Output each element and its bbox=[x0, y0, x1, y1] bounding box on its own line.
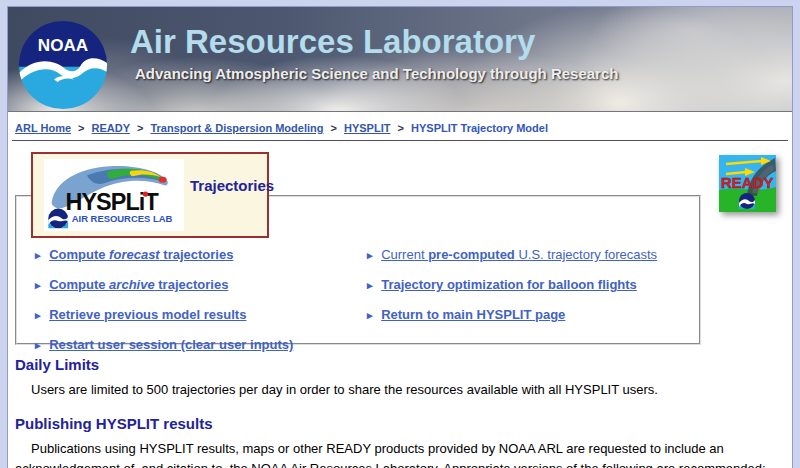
link-row: ▸ Retrieve previous model results bbox=[35, 307, 367, 322]
link-precomputed-us-forecasts[interactable]: Current pre-computed U.S. trajectory for… bbox=[381, 247, 657, 262]
breadcrumb-separator: > bbox=[78, 122, 84, 134]
link-row: ▸ Return to main HYSPLIT page bbox=[367, 307, 699, 322]
link-row: ▸ Trajectory optimization for balloon fl… bbox=[367, 277, 699, 292]
breadcrumb-link-transport-dispersion[interactable]: Transport & Dispersion Modeling bbox=[150, 122, 323, 134]
breadcrumb-separator: > bbox=[398, 122, 404, 134]
link-return-main-hysplit[interactable]: Return to main HYSPLIT page bbox=[381, 307, 565, 322]
section-heading-publishing-results: Publishing HYSPLIT results bbox=[15, 415, 792, 432]
header-banner: NOAA Air Resources Laboratory Advancing … bbox=[8, 7, 792, 112]
hysplit-logo: HYSPLiT AIR RESOURCES LAB bbox=[44, 159, 184, 231]
page-container: NOAA Air Resources Laboratory Advancing … bbox=[7, 6, 793, 468]
trajectories-caption: Trajectories bbox=[190, 177, 274, 194]
ready-logo[interactable]: READY bbox=[719, 155, 776, 212]
breadcrumb: ARL Home > READY > Transport & Dispersio… bbox=[8, 112, 792, 134]
ready-logo-text: READY bbox=[721, 174, 774, 191]
link-restart-user-session[interactable]: Restart user session (clear user inputs) bbox=[49, 337, 293, 352]
daily-limits-paragraph: Users are limited to 500 trajectories pe… bbox=[15, 380, 784, 400]
breadcrumb-link-arl-home[interactable]: ARL Home bbox=[15, 122, 71, 134]
breadcrumb-separator: > bbox=[137, 122, 143, 134]
link-compute-forecast-trajectories[interactable]: Compute forecast trajectories bbox=[49, 247, 233, 262]
breadcrumb-link-ready[interactable]: READY bbox=[92, 122, 130, 134]
triangle-bullet-icon: ▸ bbox=[35, 309, 41, 321]
link-row: ▸ Restart user session (clear user input… bbox=[35, 337, 367, 352]
triangle-bullet-icon: ▸ bbox=[35, 339, 41, 351]
hysplit-logo-box: HYSPLiT AIR RESOURCES LAB Trajectories bbox=[31, 152, 269, 238]
triangle-bullet-icon: ▸ bbox=[35, 279, 41, 291]
link-compute-archive-trajectories[interactable]: Compute archive trajectories bbox=[49, 277, 228, 292]
link-retrieve-previous-results[interactable]: Retrieve previous model results bbox=[49, 307, 246, 322]
header-tagline: Advancing Atmospheric Science and Techno… bbox=[135, 65, 618, 82]
publishing-results-paragraph: Publications using HYSPLIT results, maps… bbox=[15, 439, 784, 468]
link-row: ▸ Compute archive trajectories bbox=[35, 277, 367, 292]
page-title: Air Resources Laboratory bbox=[130, 23, 535, 61]
breadcrumb-current-page: HYSPLIT Trajectory Model bbox=[411, 122, 548, 134]
triangle-bullet-icon: ▸ bbox=[367, 309, 373, 321]
triangle-bullet-icon: ▸ bbox=[367, 249, 373, 261]
link-row: ▸ Compute forecast trajectories bbox=[35, 247, 367, 262]
breadcrumb-separator: > bbox=[331, 122, 337, 134]
link-row: ▸ Current pre-computed U.S. trajectory f… bbox=[367, 247, 699, 262]
triangle-bullet-icon: ▸ bbox=[367, 279, 373, 291]
breadcrumb-divider bbox=[12, 140, 788, 141]
breadcrumb-link-hysplit[interactable]: HYSPLIT bbox=[344, 122, 390, 134]
triangle-bullet-icon: ▸ bbox=[35, 249, 41, 261]
noaa-logo-icon: NOAA bbox=[18, 20, 108, 110]
link-balloon-flight-optimization[interactable]: Trajectory optimization for balloon flig… bbox=[381, 277, 637, 292]
air-resources-lab-label: AIR RESOURCES LAB bbox=[72, 213, 173, 224]
noaa-logo-text: NOAA bbox=[38, 36, 88, 55]
